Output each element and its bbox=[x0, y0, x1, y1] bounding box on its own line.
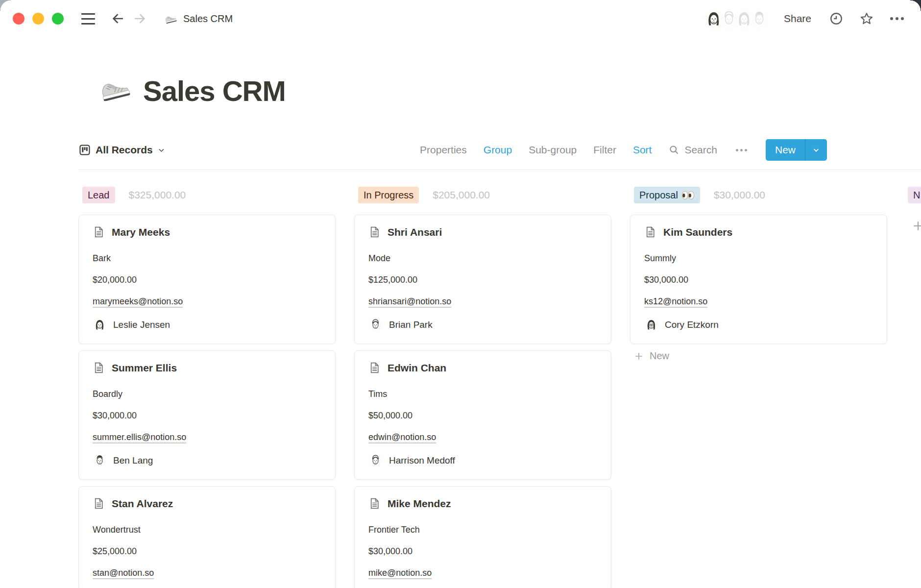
card-company: Boardly bbox=[93, 388, 321, 400]
new-record-button[interactable]: New bbox=[766, 139, 827, 161]
board-column: N bbox=[906, 186, 921, 232]
toolbar-more-icon[interactable] bbox=[734, 147, 749, 153]
record-card[interactable]: Summer Ellis Boardly $30,000.00 summer.e… bbox=[78, 350, 336, 480]
owner-avatar bbox=[368, 318, 383, 332]
page-icon bbox=[93, 362, 105, 374]
new-button-label: New bbox=[766, 139, 805, 161]
card-title: Shri Ansari bbox=[388, 226, 442, 238]
email-link[interactable]: mike@notion.so bbox=[368, 568, 432, 578]
record-card[interactable]: Mike Mendez Frontier Tech $30,000.00 mik… bbox=[354, 486, 611, 588]
card-email: stan@notion.so bbox=[93, 566, 321, 579]
page-icon bbox=[93, 226, 105, 238]
close-window-button[interactable] bbox=[13, 13, 24, 24]
board-column: In Progress $205,000.00 Shri Ansari Mode… bbox=[354, 186, 611, 588]
back-button[interactable] bbox=[110, 10, 126, 27]
record-card[interactable]: Stan Alvarez Wondertrust $25,000.00 stan… bbox=[78, 486, 336, 588]
page-icon bbox=[93, 497, 105, 510]
window-titlebar: Sales CRM Share bbox=[0, 0, 921, 37]
card-title-row: Mike Mendez bbox=[368, 497, 597, 510]
card-amount: $50,000.00 bbox=[368, 409, 597, 422]
owner-avatar bbox=[644, 318, 658, 332]
card-amount: $30,000.00 bbox=[93, 409, 321, 422]
add-new-card-button[interactable]: New bbox=[634, 350, 887, 362]
more-options-icon[interactable] bbox=[890, 11, 904, 26]
owner-avatar bbox=[368, 453, 383, 467]
kanban-board: Lead $325,000.00 Mary Meeks Bark $20,000… bbox=[78, 186, 921, 588]
column-status-label: Lead bbox=[88, 189, 110, 201]
card-owner: Harrison Medoff bbox=[368, 453, 597, 467]
forward-button[interactable] bbox=[131, 10, 148, 27]
column-status-badge[interactable]: Lead bbox=[82, 187, 115, 203]
email-link[interactable]: stan@notion.so bbox=[93, 568, 154, 578]
column-status-label: N bbox=[913, 189, 920, 201]
card-amount: $25,000.00 bbox=[93, 545, 321, 558]
column-header: Proposal $30,000.00 bbox=[634, 186, 887, 204]
filter-menu-item[interactable]: Filter bbox=[593, 144, 616, 156]
column-status-badge[interactable]: Proposal bbox=[634, 187, 700, 203]
record-card[interactable]: Kim Saunders Summly $30,000.00 ks12@noti… bbox=[630, 215, 887, 344]
email-link[interactable]: ks12@notion.so bbox=[644, 296, 707, 306]
sneaker-emoji-small bbox=[164, 12, 178, 25]
clock-history-icon[interactable] bbox=[829, 11, 844, 26]
avatar-4[interactable] bbox=[750, 9, 769, 28]
column-status-badge[interactable]: In Progress bbox=[358, 187, 419, 203]
page-icon bbox=[644, 226, 656, 238]
sort-menu-item[interactable]: Sort bbox=[633, 144, 652, 156]
search-button[interactable]: Search bbox=[668, 144, 717, 156]
page-icon bbox=[368, 497, 381, 510]
card-owner: Ben Lang bbox=[93, 453, 321, 467]
sneaker-emoji-page-icon[interactable] bbox=[97, 72, 134, 106]
collaborator-avatars[interactable] bbox=[704, 9, 769, 28]
email-link[interactable]: summer.ellis@notion.so bbox=[93, 432, 186, 442]
card-amount: $30,000.00 bbox=[644, 273, 873, 286]
email-link[interactable]: edwin@notion.so bbox=[368, 432, 436, 442]
column-status-badge[interactable]: N bbox=[908, 187, 921, 203]
owner-name: Brian Park bbox=[389, 319, 433, 330]
card-email: summer.ellis@notion.so bbox=[93, 431, 321, 443]
sidebar-menu-icon[interactable] bbox=[81, 13, 95, 24]
card-owner: Cory Etzkorn bbox=[644, 318, 873, 332]
card-company: Wondertrust bbox=[93, 523, 321, 536]
card-title-row: Mary Meeks bbox=[93, 226, 321, 238]
column-total: $325,000.00 bbox=[129, 189, 186, 201]
card-company: Mode bbox=[368, 252, 597, 265]
properties-menu-item[interactable]: Properties bbox=[420, 144, 467, 156]
group-menu-item[interactable]: Group bbox=[484, 144, 512, 156]
column-total: $205,000.00 bbox=[433, 189, 490, 201]
card-company: Bark bbox=[93, 252, 321, 265]
card-amount: $20,000.00 bbox=[93, 273, 321, 286]
view-switcher[interactable]: All Records bbox=[78, 144, 166, 156]
add-card-plus-icon[interactable] bbox=[912, 220, 921, 232]
email-link[interactable]: shriansari@notion.so bbox=[368, 296, 451, 306]
share-button[interactable]: Share bbox=[784, 13, 811, 24]
column-total: $30,000.00 bbox=[714, 189, 765, 201]
card-amount: $30,000.00 bbox=[368, 545, 597, 558]
minimize-window-button[interactable] bbox=[32, 13, 44, 24]
card-amount: $125,000.00 bbox=[368, 273, 597, 286]
card-email: ks12@notion.so bbox=[644, 295, 873, 308]
search-label: Search bbox=[684, 144, 717, 156]
card-title: Mary Meeks bbox=[112, 226, 170, 238]
card-title-row: Summer Ellis bbox=[93, 362, 321, 374]
subgroup-menu-item[interactable]: Sub-group bbox=[529, 144, 577, 156]
record-card[interactable]: Edwin Chan Tims $50,000.00 edwin@notion.… bbox=[354, 350, 611, 480]
new-button-chevron[interactable] bbox=[805, 139, 827, 161]
column-header: In Progress $205,000.00 bbox=[358, 186, 611, 204]
search-icon bbox=[668, 144, 680, 156]
card-email: mike@notion.so bbox=[368, 566, 597, 579]
record-card[interactable]: Mary Meeks Bark $20,000.00 marymeeks@not… bbox=[78, 215, 336, 344]
email-link[interactable]: marymeeks@notion.so bbox=[93, 296, 183, 306]
owner-name: Cory Etzkorn bbox=[665, 319, 719, 330]
owner-name: Harrison Medoff bbox=[389, 455, 455, 466]
card-title: Mike Mendez bbox=[388, 498, 451, 510]
page-icon bbox=[368, 362, 381, 374]
star-favorite-icon[interactable] bbox=[859, 11, 874, 26]
card-title-row: Edwin Chan bbox=[368, 362, 597, 374]
chevron-down-icon bbox=[812, 146, 821, 154]
zoom-window-button[interactable] bbox=[52, 13, 64, 24]
record-card[interactable]: Shri Ansari Mode $125,000.00 shriansari@… bbox=[354, 215, 611, 344]
card-title-row: Kim Saunders bbox=[644, 226, 873, 238]
page-icon bbox=[368, 226, 381, 238]
view-toolbar: All Records Properties Group Sub-group F… bbox=[78, 138, 921, 162]
card-company: Frontier Tech bbox=[368, 523, 597, 536]
